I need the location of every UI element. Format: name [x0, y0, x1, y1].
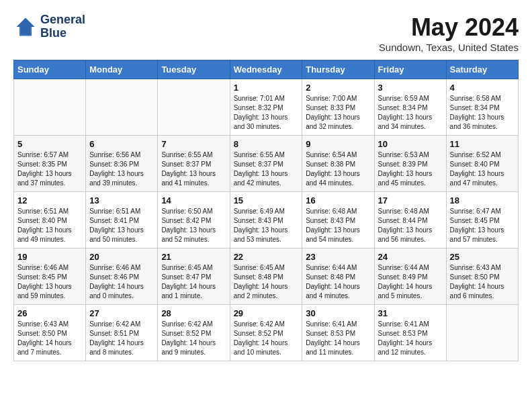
weekday-header: Tuesday: [158, 60, 230, 79]
calendar-week-row: 26Sunrise: 6:43 AM Sunset: 8:50 PM Dayli…: [14, 305, 519, 361]
calendar-cell: 28Sunrise: 6:42 AM Sunset: 8:52 PM Dayli…: [158, 305, 230, 361]
day-info: Sunrise: 6:45 AM Sunset: 8:47 PM Dayligh…: [161, 263, 226, 301]
weekday-header-row: SundayMondayTuesdayWednesdayThursdayFrid…: [14, 60, 519, 79]
calendar-cell: 4Sunrise: 6:58 AM Sunset: 8:34 PM Daylig…: [446, 79, 518, 136]
calendar-cell: 30Sunrise: 6:41 AM Sunset: 8:53 PM Dayli…: [302, 305, 374, 361]
day-number: 10: [378, 139, 443, 149]
day-info: Sunrise: 6:43 AM Sunset: 8:50 PM Dayligh…: [17, 320, 82, 357]
calendar-cell: 6Sunrise: 6:56 AM Sunset: 8:36 PM Daylig…: [86, 136, 158, 192]
day-number: 24: [378, 252, 443, 262]
day-number: 20: [89, 252, 154, 262]
day-info: Sunrise: 6:53 AM Sunset: 8:39 PM Dayligh…: [378, 150, 443, 188]
weekday-header: Wednesday: [230, 60, 302, 79]
day-info: Sunrise: 6:50 AM Sunset: 8:42 PM Dayligh…: [161, 207, 226, 244]
day-number: 31: [378, 308, 443, 318]
day-number: 7: [161, 139, 226, 149]
calendar-week-row: 12Sunrise: 6:51 AM Sunset: 8:40 PM Dayli…: [14, 192, 519, 248]
day-number: 30: [306, 308, 370, 318]
title-block: May 2024 Sundown, Texas, United States: [379, 13, 519, 53]
day-info: Sunrise: 6:57 AM Sunset: 8:35 PM Dayligh…: [17, 150, 82, 188]
day-info: Sunrise: 6:48 AM Sunset: 8:44 PM Dayligh…: [378, 207, 443, 244]
calendar-cell: [14, 79, 86, 136]
calendar-cell: 21Sunrise: 6:45 AM Sunset: 8:47 PM Dayli…: [158, 248, 230, 305]
calendar-cell: 16Sunrise: 6:48 AM Sunset: 8:43 PM Dayli…: [302, 192, 374, 248]
day-info: Sunrise: 6:55 AM Sunset: 8:37 PM Dayligh…: [161, 150, 226, 188]
calendar-cell: 22Sunrise: 6:45 AM Sunset: 8:48 PM Dayli…: [230, 248, 302, 305]
day-number: 6: [89, 139, 154, 149]
calendar-cell: 11Sunrise: 6:52 AM Sunset: 8:40 PM Dayli…: [446, 136, 518, 192]
calendar-cell: 13Sunrise: 6:51 AM Sunset: 8:41 PM Dayli…: [86, 192, 158, 248]
calendar-cell: 7Sunrise: 6:55 AM Sunset: 8:37 PM Daylig…: [158, 136, 230, 192]
day-number: 15: [234, 195, 299, 205]
logo: General Blue: [13, 13, 85, 40]
calendar-cell: 26Sunrise: 6:43 AM Sunset: 8:50 PM Dayli…: [14, 305, 86, 361]
calendar-cell: 25Sunrise: 6:43 AM Sunset: 8:50 PM Dayli…: [446, 248, 518, 305]
day-number: 5: [17, 139, 82, 149]
day-number: 28: [161, 308, 226, 318]
calendar-cell: 19Sunrise: 6:46 AM Sunset: 8:45 PM Dayli…: [14, 248, 86, 305]
day-number: 12: [17, 195, 82, 205]
day-number: 27: [89, 308, 154, 318]
day-info: Sunrise: 6:47 AM Sunset: 8:45 PM Dayligh…: [450, 207, 515, 244]
calendar-cell: 24Sunrise: 6:44 AM Sunset: 8:49 PM Dayli…: [374, 248, 446, 305]
calendar-cell: 17Sunrise: 6:48 AM Sunset: 8:44 PM Dayli…: [374, 192, 446, 248]
calendar-cell: 14Sunrise: 6:50 AM Sunset: 8:42 PM Dayli…: [158, 192, 230, 248]
day-info: Sunrise: 6:49 AM Sunset: 8:43 PM Dayligh…: [234, 207, 299, 244]
day-number: 23: [306, 252, 370, 262]
day-info: Sunrise: 6:45 AM Sunset: 8:48 PM Dayligh…: [234, 263, 299, 301]
calendar-cell: 8Sunrise: 6:55 AM Sunset: 8:37 PM Daylig…: [230, 136, 302, 192]
calendar-cell: 12Sunrise: 6:51 AM Sunset: 8:40 PM Dayli…: [14, 192, 86, 248]
day-info: Sunrise: 6:42 AM Sunset: 8:51 PM Dayligh…: [89, 320, 154, 357]
day-info: Sunrise: 6:41 AM Sunset: 8:53 PM Dayligh…: [378, 320, 443, 357]
calendar-week-row: 1Sunrise: 7:01 AM Sunset: 8:32 PM Daylig…: [14, 79, 519, 136]
calendar-cell: 1Sunrise: 7:01 AM Sunset: 8:32 PM Daylig…: [230, 79, 302, 136]
calendar-cell: 27Sunrise: 6:42 AM Sunset: 8:51 PM Dayli…: [86, 305, 158, 361]
day-info: Sunrise: 6:51 AM Sunset: 8:41 PM Dayligh…: [89, 207, 154, 244]
logo-icon: [13, 15, 38, 39]
calendar-cell: 23Sunrise: 6:44 AM Sunset: 8:48 PM Dayli…: [302, 248, 374, 305]
day-info: Sunrise: 6:42 AM Sunset: 8:52 PM Dayligh…: [234, 320, 299, 357]
weekday-header: Monday: [86, 60, 158, 79]
day-info: Sunrise: 6:43 AM Sunset: 8:50 PM Dayligh…: [450, 263, 515, 301]
calendar-week-row: 19Sunrise: 6:46 AM Sunset: 8:45 PM Dayli…: [14, 248, 519, 305]
day-number: 17: [378, 195, 443, 205]
calendar-cell: 18Sunrise: 6:47 AM Sunset: 8:45 PM Dayli…: [446, 192, 518, 248]
day-number: 29: [234, 308, 299, 318]
day-info: Sunrise: 6:41 AM Sunset: 8:53 PM Dayligh…: [306, 320, 370, 357]
day-info: Sunrise: 7:01 AM Sunset: 8:32 PM Dayligh…: [234, 94, 299, 132]
day-number: 13: [89, 195, 154, 205]
day-info: Sunrise: 6:48 AM Sunset: 8:43 PM Dayligh…: [306, 207, 370, 244]
day-info: Sunrise: 6:54 AM Sunset: 8:38 PM Dayligh…: [306, 150, 370, 188]
page-header: General Blue May 2024 Sundown, Texas, Un…: [13, 13, 519, 53]
day-number: 1: [234, 83, 299, 93]
day-info: Sunrise: 6:55 AM Sunset: 8:37 PM Dayligh…: [234, 150, 299, 188]
day-number: 19: [17, 252, 82, 262]
day-info: Sunrise: 6:56 AM Sunset: 8:36 PM Dayligh…: [89, 150, 154, 188]
day-info: Sunrise: 6:46 AM Sunset: 8:45 PM Dayligh…: [17, 263, 82, 301]
day-info: Sunrise: 6:44 AM Sunset: 8:49 PM Dayligh…: [378, 263, 443, 301]
weekday-header: Thursday: [302, 60, 374, 79]
calendar-cell: 5Sunrise: 6:57 AM Sunset: 8:35 PM Daylig…: [14, 136, 86, 192]
month-year-title: May 2024: [379, 13, 519, 42]
day-number: 22: [234, 252, 299, 262]
day-info: Sunrise: 6:46 AM Sunset: 8:46 PM Dayligh…: [89, 263, 154, 301]
day-number: 21: [161, 252, 226, 262]
day-info: Sunrise: 6:51 AM Sunset: 8:40 PM Dayligh…: [17, 207, 82, 244]
calendar-cell: 31Sunrise: 6:41 AM Sunset: 8:53 PM Dayli…: [374, 305, 446, 361]
day-number: 3: [378, 83, 443, 93]
day-info: Sunrise: 6:59 AM Sunset: 8:34 PM Dayligh…: [378, 94, 443, 132]
calendar-cell: [446, 305, 518, 361]
day-number: 25: [450, 252, 515, 262]
calendar-cell: [158, 79, 230, 136]
day-info: Sunrise: 6:58 AM Sunset: 8:34 PM Dayligh…: [450, 94, 515, 132]
day-number: 18: [450, 195, 515, 205]
calendar-cell: 15Sunrise: 6:49 AM Sunset: 8:43 PM Dayli…: [230, 192, 302, 248]
weekday-header: Friday: [374, 60, 446, 79]
calendar-cell: [86, 79, 158, 136]
day-number: 11: [450, 139, 515, 149]
weekday-header: Saturday: [446, 60, 518, 79]
day-info: Sunrise: 7:00 AM Sunset: 8:33 PM Dayligh…: [306, 94, 370, 132]
weekday-header: Sunday: [14, 60, 86, 79]
calendar-cell: 20Sunrise: 6:46 AM Sunset: 8:46 PM Dayli…: [86, 248, 158, 305]
day-number: 16: [306, 195, 370, 205]
